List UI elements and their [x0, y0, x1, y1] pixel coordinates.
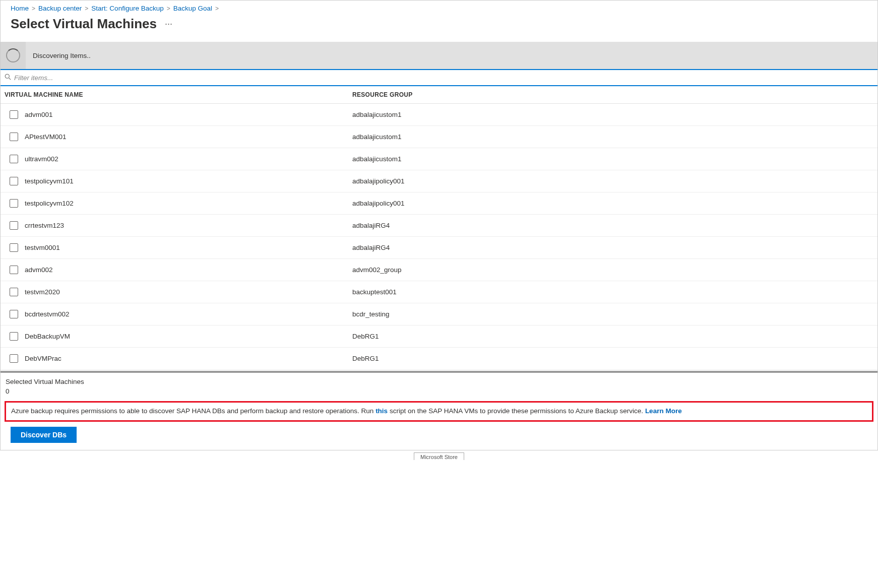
selected-section: Selected Virtual Machines 0	[1, 373, 877, 398]
table-row[interactable]: crrtestvm123adbalajiRG4	[1, 215, 877, 237]
checkbox-wrap	[5, 288, 25, 296]
row-checkbox[interactable]	[10, 133, 18, 141]
breadcrumb-backup-center[interactable]: Backup center	[38, 5, 82, 12]
row-vm-name: ultravm002	[25, 155, 352, 163]
taskbar-ms-store[interactable]: Microsoft Store	[414, 452, 464, 460]
checkbox-wrap	[5, 243, 25, 252]
row-vm-name: APtestVM001	[25, 133, 352, 141]
breadcrumb-home[interactable]: Home	[11, 5, 29, 12]
table-row[interactable]: APtestVM001adbalajicustom1	[1, 126, 877, 148]
row-resource-group: adbalajipolicy001	[352, 177, 873, 185]
row-vm-name: testvm2020	[25, 288, 352, 296]
col-header-resource-group: RESOURCE GROUP	[352, 91, 873, 98]
row-checkbox[interactable]	[10, 288, 18, 296]
chevron-right-icon: >	[215, 5, 219, 12]
chevron-right-icon: >	[85, 5, 88, 12]
row-resource-group: DebRG1	[352, 355, 873, 362]
row-checkbox[interactable]	[10, 266, 18, 274]
permission-this-link[interactable]: this	[375, 407, 388, 415]
permission-banner: Azure backup requires permissions to abl…	[5, 401, 873, 422]
row-resource-group: adbalajipolicy001	[352, 200, 873, 207]
table-row[interactable]: testpolicyvm101adbalajipolicy001	[1, 170, 877, 192]
breadcrumb-start-configure[interactable]: Start: Configure Backup	[91, 5, 163, 12]
table-row[interactable]: testpolicyvm102adbalajipolicy001	[1, 192, 877, 215]
discovering-text: Discovering Items..	[33, 52, 91, 59]
row-checkbox[interactable]	[10, 199, 18, 208]
row-checkbox[interactable]	[10, 110, 18, 119]
row-resource-group: backuptest001	[352, 288, 873, 296]
checkbox-wrap	[5, 266, 25, 274]
row-resource-group: adbalajiRG4	[352, 222, 873, 229]
row-resource-group: DebRG1	[352, 333, 873, 340]
breadcrumb-backup-goal[interactable]: Backup Goal	[173, 5, 212, 12]
table-row[interactable]: DebVMPracDebRG1	[1, 348, 877, 370]
discover-dbs-button[interactable]: Discover DBs	[11, 427, 77, 443]
row-vm-name: advm002	[25, 266, 352, 274]
row-checkbox[interactable]	[10, 177, 18, 185]
checkbox-wrap	[5, 199, 25, 208]
row-checkbox[interactable]	[10, 332, 18, 341]
col-header-vm-name: VIRTUAL MACHINE NAME	[5, 91, 352, 98]
table-row[interactable]: advm002advm002_group	[1, 259, 877, 281]
checkbox-wrap	[5, 354, 25, 363]
table-body: advm001adbalajicustom1APtestVM001adbalaj…	[1, 104, 877, 370]
row-resource-group: advm002_group	[352, 266, 873, 274]
checkbox-wrap	[5, 332, 25, 341]
table-row[interactable]: DebBackupVMDebRG1	[1, 325, 877, 348]
row-resource-group: bcdr_testing	[352, 310, 873, 318]
spinner-box	[1, 42, 26, 69]
table-row[interactable]: bcdrtestvm002bcdr_testing	[1, 303, 877, 325]
row-checkbox[interactable]	[10, 310, 18, 318]
svg-point-0	[5, 74, 9, 78]
row-checkbox[interactable]	[10, 354, 18, 363]
permission-learn-more-link[interactable]: Learn More	[645, 407, 682, 415]
row-resource-group: adbalajicustom1	[352, 111, 873, 118]
row-vm-name: DebVMPrac	[25, 355, 352, 362]
search-icon	[5, 74, 11, 82]
svg-line-1	[9, 78, 11, 80]
row-vm-name: testpolicyvm102	[25, 200, 352, 207]
checkbox-wrap	[5, 133, 25, 141]
selected-count: 0	[6, 387, 872, 395]
row-vm-name: DebBackupVM	[25, 333, 352, 340]
spinner-icon	[6, 48, 20, 62]
row-resource-group: adbalajiRG4	[352, 244, 873, 251]
permission-text-mid: script on the SAP HANA VMs to provide th…	[388, 407, 645, 415]
checkbox-wrap	[5, 221, 25, 230]
row-vm-name: testpolicyvm101	[25, 177, 352, 185]
row-vm-name: crrtestvm123	[25, 222, 352, 229]
row-resource-group: adbalajicustom1	[352, 133, 873, 141]
more-actions-button[interactable]: ···	[165, 19, 172, 29]
row-resource-group: adbalajicustom1	[352, 155, 873, 163]
checkbox-wrap	[5, 177, 25, 185]
chevron-right-icon: >	[32, 5, 35, 12]
filter-row	[1, 69, 877, 86]
checkbox-wrap	[5, 110, 25, 119]
permission-text-pre: Azure backup requires permissions to abl…	[11, 407, 375, 415]
table-row[interactable]: ultravm002adbalajicustom1	[1, 148, 877, 170]
row-vm-name: advm001	[25, 111, 352, 118]
breadcrumb: Home > Backup center > Start: Configure …	[1, 1, 877, 14]
checkbox-wrap	[5, 310, 25, 318]
table-row[interactable]: testvm2020backuptest001	[1, 281, 877, 303]
row-checkbox[interactable]	[10, 155, 18, 163]
row-checkbox[interactable]	[10, 221, 18, 230]
checkbox-wrap	[5, 155, 25, 163]
row-vm-name: bcdrtestvm002	[25, 310, 352, 318]
table-header: VIRTUAL MACHINE NAME RESOURCE GROUP	[1, 86, 877, 104]
discovering-banner: Discovering Items..	[1, 42, 877, 69]
page-title: Select Virtual Machines	[11, 16, 157, 32]
row-checkbox[interactable]	[10, 243, 18, 252]
table-row[interactable]: advm001adbalajicustom1	[1, 104, 877, 126]
chevron-right-icon: >	[167, 5, 170, 12]
selected-label: Selected Virtual Machines	[6, 378, 872, 385]
table-row[interactable]: testvm0001adbalajiRG4	[1, 237, 877, 259]
filter-input[interactable]	[14, 74, 873, 82]
row-vm-name: testvm0001	[25, 244, 352, 251]
